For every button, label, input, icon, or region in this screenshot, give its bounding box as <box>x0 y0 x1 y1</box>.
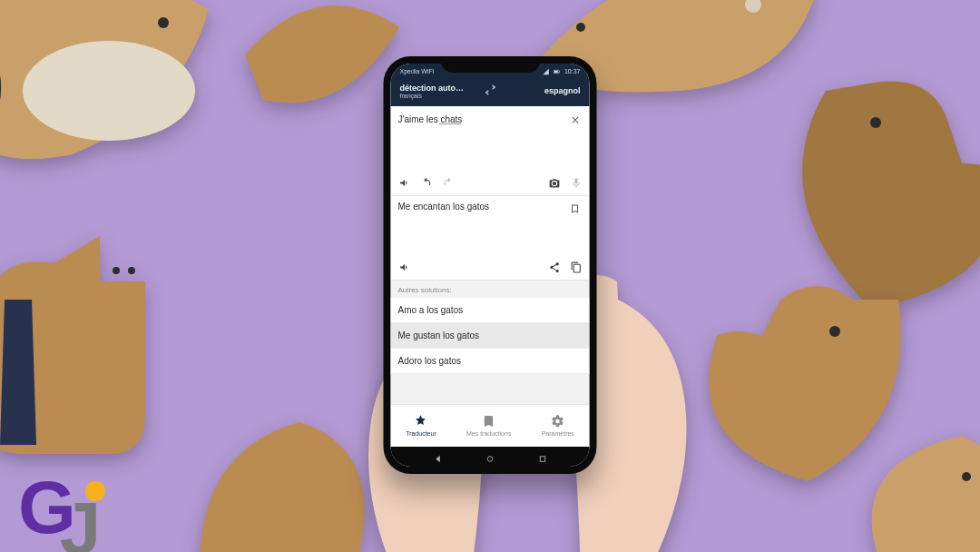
svg-point-7 <box>829 326 840 337</box>
clear-input-button[interactable] <box>568 112 583 128</box>
copy-button[interactable] <box>570 261 583 274</box>
translate-icon <box>414 414 428 429</box>
translation-text[interactable]: Me encantan los gatos <box>398 202 570 218</box>
swap-icon <box>484 84 496 96</box>
triangle-icon <box>433 454 443 464</box>
undo-icon <box>420 177 432 189</box>
source-language[interactable]: détection auto… français <box>400 84 479 99</box>
svg-rect-11 <box>560 71 561 72</box>
circle-icon <box>485 454 495 464</box>
redo-button[interactable] <box>442 177 455 190</box>
svg-point-3 <box>128 267 135 274</box>
tab-my-translations[interactable]: Mes traductions <box>466 414 511 437</box>
site-logo: GJ <box>18 478 97 537</box>
svg-point-2 <box>113 267 120 274</box>
input-panel: J'aime les chats <box>391 106 590 196</box>
android-nav-bar <box>391 447 590 467</box>
target-language[interactable]: espagnol <box>502 86 581 95</box>
gear-icon <box>551 414 565 429</box>
bookmark-icon <box>482 414 496 429</box>
svg-rect-10 <box>554 71 558 73</box>
alt-item[interactable]: Adoro los gatos <box>391 349 590 374</box>
bg-shape-bottom-right <box>862 427 980 552</box>
alt-item[interactable]: Me gustan los gatos <box>391 323 590 349</box>
tab-translator[interactable]: Traducteur <box>406 414 436 437</box>
bg-cat-left <box>0 227 163 463</box>
output-toolbar <box>391 258 590 281</box>
svg-point-1 <box>158 17 169 28</box>
alt-item[interactable]: Amo a los gatos <box>391 298 590 323</box>
svg-point-6 <box>870 117 881 128</box>
svg-point-0 <box>23 41 195 141</box>
svg-point-4 <box>576 23 585 32</box>
source-text-input[interactable]: J'aime les chats <box>398 114 568 124</box>
copy-icon <box>570 261 582 273</box>
carrier-label: Xpedia WiFi <box>400 68 435 74</box>
volume-icon <box>398 177 410 189</box>
svg-point-12 <box>487 457 493 462</box>
clock: 10:37 <box>564 68 581 74</box>
undo-button[interactable] <box>420 177 433 190</box>
output-panel: Me encantan los gatos <box>391 196 590 281</box>
svg-rect-13 <box>540 457 545 462</box>
bottom-nav: Traducteur Mes traductions Paramètres <box>391 404 590 447</box>
volume-icon <box>398 261 410 273</box>
mic-icon <box>570 177 582 189</box>
square-icon <box>537 454 547 464</box>
signal-icon <box>543 68 550 75</box>
camera-input-button[interactable] <box>548 177 561 190</box>
speak-source-button[interactable] <box>398 177 411 190</box>
redo-icon <box>442 177 454 189</box>
close-icon <box>570 114 580 124</box>
share-button[interactable] <box>548 261 561 274</box>
camera-icon <box>548 177 560 189</box>
bookmark-icon <box>570 203 581 214</box>
android-recent-button[interactable] <box>537 451 547 461</box>
battery-icon <box>554 68 561 75</box>
android-home-button[interactable] <box>485 451 495 461</box>
share-icon <box>548 261 560 273</box>
swap-languages-button[interactable] <box>478 84 502 98</box>
tab-settings[interactable]: Paramètres <box>542 414 574 437</box>
voice-input-button[interactable] <box>570 177 583 190</box>
bg-shape-top1 <box>245 0 399 118</box>
alternatives-section: Autres solutions: Amo a los gatos Me gus… <box>391 281 590 404</box>
language-header: détection auto… français espagnol <box>391 80 590 106</box>
alternatives-title: Autres solutions: <box>391 281 590 298</box>
svg-point-8 <box>962 472 971 481</box>
speak-translation-button[interactable] <box>398 261 411 274</box>
bookmark-button[interactable] <box>570 202 583 218</box>
bg-whale-top-left <box>0 0 227 182</box>
app-screen: Xpedia WiFi 10:37 détection auto… frança… <box>391 64 590 467</box>
android-back-button[interactable] <box>433 451 443 461</box>
phone-mockup: Xpedia WiFi 10:37 détection auto… frança… <box>384 56 597 474</box>
input-toolbar <box>391 173 590 196</box>
